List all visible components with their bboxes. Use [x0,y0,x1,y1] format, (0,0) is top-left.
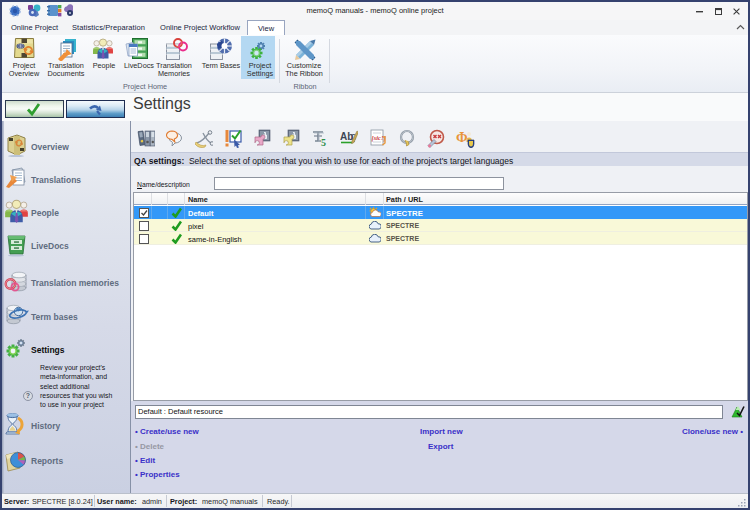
svg-text:5: 5 [321,137,326,148]
svg-text:Φ: Φ [456,130,468,145]
svg-text:?: ? [26,392,30,399]
svg-text:[sic!]: [sic!] [372,134,386,142]
